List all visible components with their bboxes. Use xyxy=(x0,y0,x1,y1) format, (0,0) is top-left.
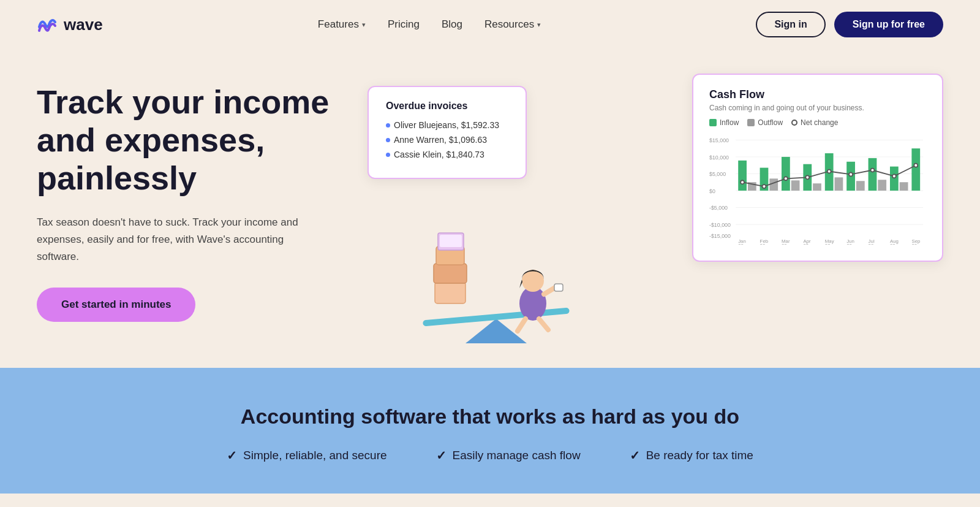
svg-text:22: 22 xyxy=(782,243,787,245)
wave-logo-icon xyxy=(37,13,59,36)
nav-features[interactable]: Features ▾ xyxy=(318,18,366,31)
svg-rect-27 xyxy=(782,157,790,191)
legend-netchange: Net change xyxy=(791,118,838,127)
seesaw-svg xyxy=(404,172,588,343)
check-icon-3: ✓ xyxy=(630,448,640,463)
legend-netchange-icon xyxy=(791,120,797,126)
svg-rect-2 xyxy=(435,282,466,303)
hero-illustration: Overdue invoices Oliver Bluejeans, $1,59… xyxy=(355,74,943,331)
feature-3: ✓ Be ready for tax time xyxy=(630,448,753,463)
svg-text:22: 22 xyxy=(803,243,809,245)
svg-rect-38 xyxy=(900,182,908,191)
feature-2: ✓ Easily manage cash flow xyxy=(436,448,581,463)
legend-inflow: Inflow xyxy=(709,118,739,127)
svg-text:22: 22 xyxy=(911,243,917,245)
invoice-dot xyxy=(386,123,390,128)
svg-point-40 xyxy=(741,180,744,184)
legend-outflow-icon xyxy=(747,119,755,126)
check-icon-1: ✓ xyxy=(227,448,237,463)
nav-blog[interactable]: Blog xyxy=(442,18,462,31)
cashflow-card: Cash Flow Cash coming in and going out o… xyxy=(692,74,943,262)
cashflow-chart: $15,000 $10,000 $5,000 $0 -$5,000 -$10,0… xyxy=(709,134,926,245)
svg-rect-26 xyxy=(769,178,778,191)
invoice-item-1: Oliver Bluejeans, $1,592.33 xyxy=(386,120,508,130)
nav-resources[interactable]: Resources ▾ xyxy=(484,18,541,31)
invoice-dot xyxy=(386,153,390,157)
overdue-invoices-card: Overdue invoices Oliver Bluejeans, $1,59… xyxy=(368,86,527,179)
hero-content: Track your income and expenses, painless… xyxy=(37,83,355,322)
svg-rect-39 xyxy=(911,148,920,191)
signup-button[interactable]: Sign up for free xyxy=(834,12,943,37)
svg-text:22: 22 xyxy=(869,243,874,245)
legend-outflow: Outflow xyxy=(747,118,783,127)
svg-point-46 xyxy=(871,169,875,172)
check-icon-2: ✓ xyxy=(436,448,447,463)
svg-point-47 xyxy=(892,174,896,178)
svg-text:-$5,000: -$5,000 xyxy=(709,205,728,211)
nav-links: Features ▾ Pricing Blog Resources ▾ xyxy=(318,18,541,31)
svg-text:22: 22 xyxy=(846,243,852,245)
svg-point-45 xyxy=(849,172,853,176)
svg-point-48 xyxy=(914,164,918,167)
legend-inflow-icon xyxy=(709,119,717,126)
svg-rect-35 xyxy=(869,158,877,191)
navbar: wave Features ▾ Pricing Blog Resources ▾… xyxy=(0,0,980,49)
features-row: ✓ Simple, reliable, and secure ✓ Easily … xyxy=(37,448,943,463)
signin-button[interactable]: Sign in xyxy=(756,12,825,37)
svg-point-43 xyxy=(805,175,809,179)
svg-rect-23 xyxy=(738,161,747,191)
logo[interactable]: wave xyxy=(37,13,103,36)
svg-text:$10,000: $10,000 xyxy=(709,154,729,161)
hero-section: Track your income and expenses, painless… xyxy=(0,49,980,368)
hero-subtitle: Tax season doesn't have to suck. Track y… xyxy=(37,214,306,265)
svg-text:$15,000: $15,000 xyxy=(709,137,729,143)
svg-rect-30 xyxy=(813,183,821,191)
svg-text:22: 22 xyxy=(890,243,895,245)
invoice-dot xyxy=(386,138,390,142)
svg-text:-$15,000: -$15,000 xyxy=(709,233,731,239)
svg-text:$5,000: $5,000 xyxy=(709,171,726,177)
chevron-down-icon: ▾ xyxy=(362,21,366,29)
blue-section: Accounting software that works as hard a… xyxy=(0,368,980,494)
cashflow-title: Cash Flow xyxy=(709,88,926,101)
nav-pricing[interactable]: Pricing xyxy=(388,18,420,31)
svg-point-41 xyxy=(763,185,766,188)
svg-text:22: 22 xyxy=(825,243,831,245)
svg-rect-9 xyxy=(554,284,563,291)
invoice-item-2: Anne Warren, $1,096.63 xyxy=(386,135,508,145)
logo-text: wave xyxy=(64,15,103,34)
svg-rect-6 xyxy=(440,235,462,247)
seesaw-illustration xyxy=(404,172,588,331)
chart-legend: Inflow Outflow Net change xyxy=(709,118,926,127)
svg-text:22: 22 xyxy=(760,243,766,245)
svg-text:-$10,000: -$10,000 xyxy=(709,222,731,228)
cashflow-subtitle: Cash coming in and going out of your bus… xyxy=(709,104,926,112)
svg-rect-37 xyxy=(890,167,899,191)
hero-title: Track your income and expenses, painless… xyxy=(37,83,355,197)
chevron-down-icon: ▾ xyxy=(537,21,541,29)
invoice-item-3: Cassie Klein, $1,840.73 xyxy=(386,150,508,159)
feature-1: ✓ Simple, reliable, and secure xyxy=(227,448,386,463)
svg-rect-3 xyxy=(434,264,467,283)
svg-rect-36 xyxy=(878,180,886,191)
nav-actions: Sign in Sign up for free xyxy=(756,12,943,37)
svg-point-42 xyxy=(784,177,788,180)
overdue-card-title: Overdue invoices xyxy=(386,101,508,112)
svg-rect-32 xyxy=(835,177,843,191)
svg-text:22: 22 xyxy=(738,243,744,245)
svg-point-44 xyxy=(827,170,831,173)
cta-button[interactable]: Get started in minutes xyxy=(37,288,195,322)
svg-rect-34 xyxy=(856,181,865,191)
blue-section-heading: Accounting software that works as hard a… xyxy=(37,405,943,429)
svg-text:$0: $0 xyxy=(709,188,715,194)
svg-rect-28 xyxy=(791,180,800,191)
